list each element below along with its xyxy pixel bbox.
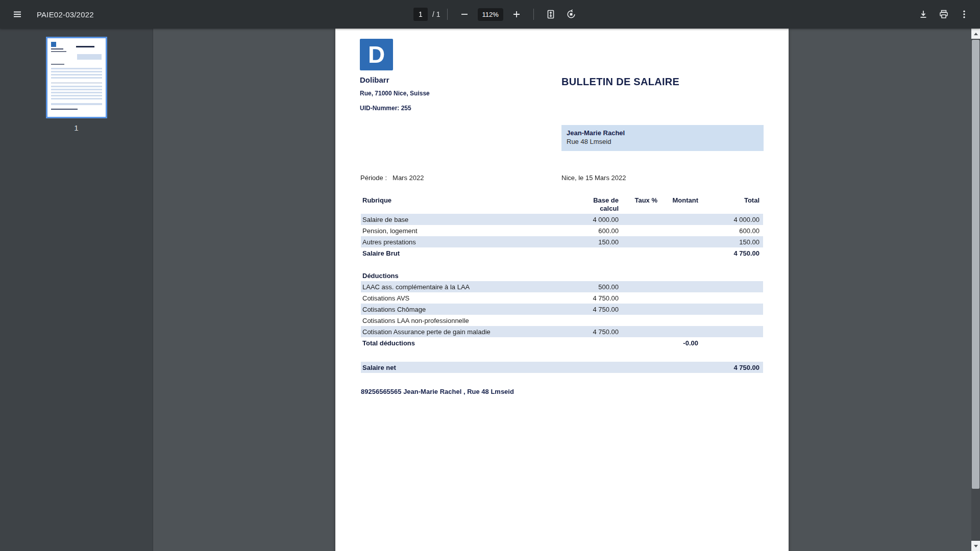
- thumbnail-title-line: [76, 46, 94, 47]
- kebab-menu-icon: [959, 9, 969, 19]
- table-row: Cotisations AVS 4 750.00: [361, 292, 763, 304]
- print-icon: [939, 9, 949, 19]
- period-value: Mars 2022: [393, 174, 424, 182]
- cell-base-de-calcul: 150.00: [559, 238, 619, 246]
- thumbnail-footer-line: [51, 109, 78, 110]
- cell-rubrique: Cotisations Chômage: [361, 306, 559, 313]
- table-row: Cotisation Assurance perte de gain malad…: [361, 326, 763, 337]
- scroll-down-icon: [974, 545, 978, 547]
- table-row: Cotisations LAA non-professionnelle: [361, 315, 763, 326]
- scroll-up-button[interactable]: [971, 29, 980, 39]
- fit-page-icon: [546, 9, 556, 19]
- rotate-icon: [566, 9, 576, 19]
- recipient-name: Jean-Marie Rachel: [567, 129, 758, 137]
- thumbnail-table-rows: [51, 86, 102, 101]
- cell-rubrique: Cotisations LAA non-professionnelle: [361, 317, 559, 324]
- fit-page-button[interactable]: [541, 4, 561, 24]
- header-rubrique: Rubrique: [361, 196, 559, 205]
- vertical-scrollbar: [971, 29, 980, 551]
- company-logo: D: [360, 39, 393, 70]
- cell-rubrique: Salaire de base: [361, 216, 559, 223]
- header-total: Total: [700, 196, 763, 205]
- header-montant: Montant: [659, 196, 700, 205]
- table-row: Pension, logement 600.00 600.00: [361, 225, 763, 236]
- page-number-input[interactable]: [413, 8, 428, 21]
- table-row: Salaire de base 4 000.00 4 000.00: [361, 214, 763, 225]
- place-date: Nice, le 15 Mars 2022: [561, 174, 626, 182]
- cell-base-de-calcul: 600.00: [559, 227, 619, 235]
- menu-button[interactable]: [7, 4, 28, 24]
- viewer-area: D Dolibarr Rue, 71000 Nice, Suisse UID-N…: [153, 29, 971, 551]
- cell-base-de-calcul: 500.00: [559, 283, 619, 291]
- cell-base-de-calcul: 4 000.00: [559, 216, 619, 223]
- recipient-box: Jean-Marie Rachel Rue 48 Lmseid: [561, 125, 764, 151]
- header-taux: Taux %: [619, 196, 659, 205]
- period-line: Période : Mars 2022: [360, 174, 424, 182]
- table-row: Autres prestations 150.00 150.00: [361, 236, 763, 247]
- toolbar-left: PAIE02-03/2022: [7, 0, 94, 29]
- zoom-in-button[interactable]: [506, 4, 527, 24]
- pdf-page: D Dolibarr Rue, 71000 Nice, Suisse UID-N…: [335, 29, 789, 551]
- zoom-out-button[interactable]: [454, 4, 475, 24]
- company-address: Rue, 71000 Nice, Suisse: [360, 90, 430, 97]
- zoom-level: 112%: [478, 8, 503, 21]
- payment-footer: 89256565565 Jean-Marie Rachel , Rue 48 L…: [361, 388, 514, 395]
- cell-rubrique: Déductions: [361, 272, 559, 280]
- scrollbar-thumb[interactable]: [972, 40, 979, 489]
- period-label: Période :: [360, 174, 387, 182]
- table-row: Salaire Brut 4 750.00: [361, 247, 763, 259]
- toolbar-divider: [533, 9, 534, 20]
- recipient-address: Rue 48 Lmseid: [567, 138, 758, 145]
- cell-rubrique: Autres prestations: [361, 238, 559, 246]
- table-row: Cotisations Chômage 4 750.00: [361, 304, 763, 315]
- table-row: LAAC ass. complémentaire à la LAA 500.00: [361, 281, 763, 292]
- cell-montant: -0.00: [659, 339, 700, 347]
- plus-icon: [511, 9, 522, 19]
- cell-total: 150.00: [700, 238, 763, 246]
- header-base-de-calcul: Base de calcul: [559, 196, 619, 212]
- cell-rubrique: Total déductions: [361, 339, 559, 347]
- payslip-title: BULLETIN DE SALAIRE: [561, 76, 679, 88]
- page-count-label: / 1: [432, 10, 440, 18]
- company-uid: UID-Nummer: 255: [360, 105, 411, 112]
- cell-rubrique: Pension, logement: [361, 227, 559, 235]
- thumbnail-table-rows: [51, 68, 102, 80]
- cell-total: 4 750.00: [700, 249, 763, 257]
- thumbnail-net-row: [51, 103, 102, 105]
- thumbnail-logo: [51, 42, 56, 47]
- thumbnail-rule: [51, 82, 102, 84]
- salary-table-body: Salaire de base 4 000.00 4 000.00 Pensio…: [361, 214, 763, 373]
- thumbnail-address-line: [51, 51, 66, 52]
- document-title: PAIE02-03/2022: [37, 10, 94, 19]
- rotate-button[interactable]: [561, 4, 581, 24]
- print-button[interactable]: [934, 4, 954, 24]
- cell-base-de-calcul: 4 750.00: [559, 328, 619, 336]
- cell-rubrique: Salaire Brut: [361, 249, 559, 257]
- thumbnail-page-number: 1: [74, 123, 78, 132]
- table-row: Salaire net 4 750.00: [361, 362, 763, 373]
- thumbnail-period-line: [51, 64, 64, 65]
- company-name: Dolibarr: [360, 76, 389, 84]
- table-row: Total déductions -0.00: [361, 337, 763, 348]
- scroll-up-icon: [974, 33, 978, 35]
- thumbnail-recipient-box: [77, 54, 102, 60]
- cell-total: 4 750.00: [700, 364, 763, 371]
- salary-table-header: Rubrique Base de calcul Taux % Montant T…: [361, 195, 763, 214]
- table-spacer: [361, 259, 763, 270]
- table-row: Déductions: [361, 270, 763, 281]
- cell-base-de-calcul: 4 750.00: [559, 306, 619, 313]
- minus-icon: [459, 9, 470, 19]
- download-button[interactable]: [913, 4, 934, 24]
- thumbnail-sidebar: 1: [0, 29, 153, 551]
- cell-base-de-calcul: 4 750.00: [559, 294, 619, 302]
- more-options-button[interactable]: [954, 4, 974, 24]
- toolbar-divider: [447, 9, 448, 20]
- scroll-down-button[interactable]: [971, 541, 980, 551]
- toolbar-right: [913, 4, 974, 24]
- thumbnail-wrap: 1: [46, 37, 107, 132]
- table-spacer: [361, 348, 763, 362]
- salary-table: Rubrique Base de calcul Taux % Montant T…: [361, 195, 763, 373]
- cell-rubrique: Cotisations AVS: [361, 294, 559, 302]
- page-1-thumbnail[interactable]: [46, 37, 107, 118]
- cell-rubrique: LAAC ass. complémentaire à la LAA: [361, 283, 559, 291]
